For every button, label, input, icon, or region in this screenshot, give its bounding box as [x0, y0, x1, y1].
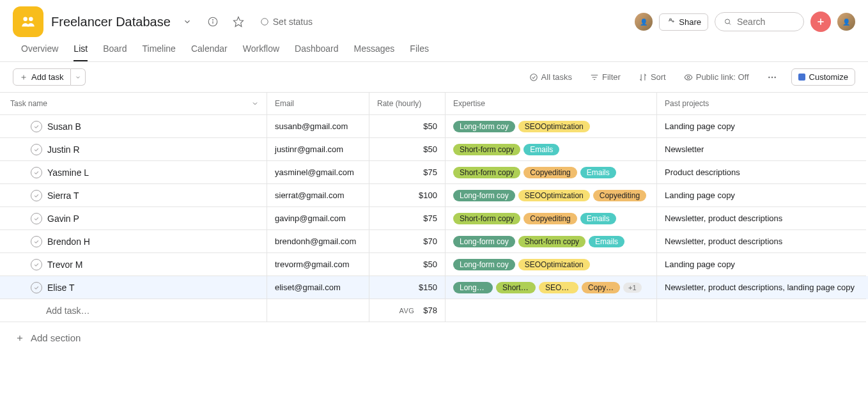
- task-name-cell[interactable]: Justin R: [0, 138, 267, 161]
- expertise-tag[interactable]: Short-form copy: [453, 167, 520, 178]
- email-cell[interactable]: trevorm@gmail.com: [267, 253, 369, 276]
- expertise-tag[interactable]: SEOOptimization: [518, 259, 590, 270]
- column-header-past[interactable]: Past projects: [657, 93, 866, 115]
- tab-board[interactable]: Board: [103, 43, 127, 61]
- task-name-cell[interactable]: Brendon H: [0, 230, 267, 253]
- complete-checkbox[interactable]: [31, 121, 42, 132]
- expertise-tag[interactable]: Long-form coy: [453, 259, 515, 270]
- complete-checkbox[interactable]: [31, 236, 42, 247]
- star-icon[interactable]: [229, 13, 247, 31]
- past-projects-cell[interactable]: Product descriptions: [657, 161, 866, 184]
- chevron-down-icon[interactable]: [178, 13, 196, 31]
- task-name-cell[interactable]: Gavin P: [0, 207, 267, 230]
- expertise-tag[interactable]: Emails: [523, 144, 559, 155]
- rate-cell[interactable]: $75: [369, 161, 446, 184]
- expertise-tag[interactable]: Short-f…: [496, 282, 536, 293]
- tab-overview[interactable]: Overview: [21, 43, 58, 61]
- table-row[interactable]: Elise T eliset@gmail.com $150 Long-…Shor…: [0, 276, 868, 299]
- more-menu[interactable]: [763, 70, 781, 85]
- complete-checkbox[interactable]: [31, 144, 42, 155]
- expertise-tag[interactable]: Copy…: [582, 282, 620, 293]
- add-task-button[interactable]: Add task: [13, 68, 71, 86]
- task-name-cell[interactable]: Trevor M: [0, 253, 267, 276]
- expertise-cell[interactable]: Long-form coySEOOptimization: [446, 115, 657, 138]
- user-avatar[interactable]: 👤: [837, 13, 855, 31]
- past-projects-cell[interactable]: Newsletter, product descriptions, landin…: [657, 276, 866, 299]
- expertise-cell[interactable]: Long-form coySEOOptimizationCopyediting: [446, 184, 657, 207]
- rate-cell[interactable]: $100: [369, 184, 446, 207]
- expertise-tag[interactable]: Long-…: [453, 282, 493, 293]
- expertise-cell[interactable]: Short-form copyCopyeditingEmails: [446, 207, 657, 230]
- expertise-cell[interactable]: Short-form copyCopyeditingEmails: [446, 161, 657, 184]
- expertise-cell[interactable]: Long-form coyShort-form copyEmails: [446, 230, 657, 253]
- info-icon[interactable]: [204, 13, 222, 31]
- past-projects-cell[interactable]: Newsletter, product descriptions: [657, 207, 866, 230]
- email-cell[interactable]: eliset@gmail.com: [267, 276, 369, 299]
- expertise-tag[interactable]: Short-form copy: [518, 236, 585, 247]
- expertise-tag[interactable]: SEOOptimization: [518, 121, 590, 132]
- task-name-cell[interactable]: Elise T: [0, 276, 267, 299]
- set-status-button[interactable]: Set status: [255, 14, 318, 29]
- expertise-tag[interactable]: Short-form copy: [453, 213, 520, 224]
- all-tasks-filter[interactable]: All tasks: [525, 70, 576, 84]
- tab-messages[interactable]: Messages: [354, 43, 395, 61]
- task-name-cell[interactable]: Sierra T: [0, 184, 267, 207]
- avatar[interactable]: 👤: [635, 13, 653, 31]
- global-add-button[interactable]: [810, 12, 831, 32]
- rate-cell[interactable]: $50: [369, 253, 446, 276]
- expertise-tag[interactable]: Emails: [580, 213, 616, 224]
- customize-button[interactable]: Customize: [791, 68, 855, 86]
- complete-checkbox[interactable]: [31, 213, 42, 224]
- tab-calendar[interactable]: Calendar: [191, 43, 228, 61]
- expertise-tag[interactable]: SEOOptimization: [518, 190, 590, 201]
- expertise-tag[interactable]: Emails: [580, 167, 616, 178]
- task-name-cell[interactable]: Susan B: [0, 115, 267, 138]
- column-header-name[interactable]: Task name: [0, 93, 267, 115]
- expertise-tag[interactable]: Long-form coy: [453, 121, 515, 132]
- column-header-rate[interactable]: Rate (hourly): [369, 93, 446, 115]
- expertise-tag[interactable]: Copyediting: [523, 213, 577, 224]
- rate-cell[interactable]: $75: [369, 207, 446, 230]
- tab-timeline[interactable]: Timeline: [143, 43, 176, 61]
- expertise-tag[interactable]: Emails: [589, 236, 624, 247]
- filter-button[interactable]: Filter: [586, 70, 624, 84]
- table-row[interactable]: Brendon H brendonh@gmail.com $70 Long-fo…: [0, 230, 868, 253]
- rate-cell[interactable]: $50: [369, 115, 446, 138]
- past-projects-cell[interactable]: Newsletter: [657, 138, 866, 161]
- expertise-cell[interactable]: Short-form copyEmails: [446, 138, 657, 161]
- expertise-tag[interactable]: Short-form copy: [453, 144, 520, 155]
- expertise-tag[interactable]: Copyediting: [523, 167, 577, 178]
- project-icon[interactable]: [13, 6, 43, 37]
- expertise-tag[interactable]: Long-form coy: [453, 190, 515, 201]
- column-header-email[interactable]: Email: [267, 93, 369, 115]
- column-header-expertise[interactable]: Expertise: [446, 93, 657, 115]
- expertise-tag[interactable]: Long-form coy: [453, 236, 515, 247]
- add-task-dropdown[interactable]: [71, 68, 86, 86]
- table-row[interactable]: Gavin P gavinp@gmail.com $75 Short-form …: [0, 207, 868, 230]
- search-input[interactable]: [737, 17, 794, 27]
- expertise-cell[interactable]: Long-…Short-f…SEOOp…Copy…+1: [446, 276, 657, 299]
- add-section-button[interactable]: Add section: [0, 322, 868, 354]
- tab-files[interactable]: Files: [410, 43, 429, 61]
- email-cell[interactable]: gavinp@gmail.com: [267, 207, 369, 230]
- email-cell[interactable]: susanb@gmail.com: [267, 115, 369, 138]
- past-projects-cell[interactable]: Landing page copy: [657, 115, 866, 138]
- table-row[interactable]: Yasmine L yasminel@gmail.com $75 Short-f…: [0, 161, 868, 184]
- email-cell[interactable]: brendonh@gmail.com: [267, 230, 369, 253]
- page-title[interactable]: Freelancer Database: [51, 15, 171, 29]
- expertise-tag[interactable]: Copyediting: [593, 190, 646, 201]
- complete-checkbox[interactable]: [31, 190, 42, 201]
- table-row[interactable]: Justin R justinr@gmail.com $50 Short-for…: [0, 138, 868, 161]
- rate-cell[interactable]: $70: [369, 230, 446, 253]
- public-link-toggle[interactable]: Public link: Off: [680, 70, 753, 84]
- expertise-cell[interactable]: Long-form coySEOOptimization: [446, 253, 657, 276]
- past-projects-cell[interactable]: Landing page copy: [657, 253, 866, 276]
- add-task-inline[interactable]: Add task…: [0, 299, 267, 322]
- tab-list[interactable]: List: [74, 43, 88, 61]
- sort-button[interactable]: Sort: [635, 70, 670, 84]
- table-row[interactable]: Trevor M trevorm@gmail.com $50 Long-form…: [0, 253, 868, 276]
- email-cell[interactable]: justinr@gmail.com: [267, 138, 369, 161]
- email-cell[interactable]: yasminel@gmail.com: [267, 161, 369, 184]
- rate-cell[interactable]: $150: [369, 276, 446, 299]
- past-projects-cell[interactable]: Landing page copy: [657, 184, 866, 207]
